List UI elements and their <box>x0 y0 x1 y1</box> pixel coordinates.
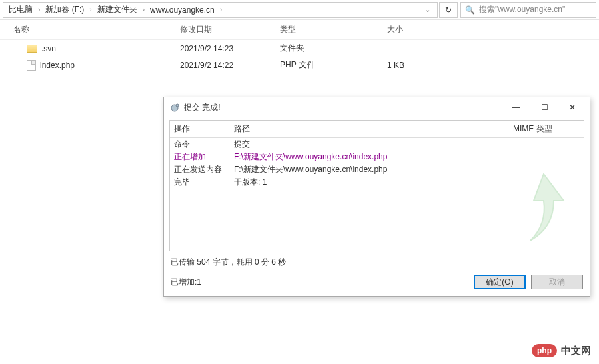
folder-icon <box>27 45 37 53</box>
search-placeholder: 搜索"www.ouyangke.cn" <box>479 4 565 15</box>
file-icon <box>27 60 36 71</box>
file-name: .svn <box>41 44 56 53</box>
chevron-down-icon[interactable]: ⌄ <box>421 6 434 13</box>
log-col-mime[interactable]: MIME 类型 <box>513 123 580 135</box>
file-row[interactable]: .svn 2021/9/2 14:23 文件夹 <box>0 40 599 57</box>
crumb-drive[interactable]: 新加卷 (F:) <box>43 3 87 17</box>
file-list-header: 名称 修改日期 类型 大小 <box>0 20 599 40</box>
chevron-right-icon[interactable]: › <box>141 6 146 13</box>
log-header: 操作 路径 MIME 类型 <box>170 121 584 138</box>
commit-dialog: 提交 完成! — ☐ ✕ 操作 路径 MIME 类型 命令提交 正在增加F:\新… <box>163 97 590 297</box>
log-col-path[interactable]: 路径 <box>234 123 513 135</box>
log-row: 命令提交 <box>170 138 584 151</box>
chevron-right-icon[interactable]: › <box>88 6 93 13</box>
site-logo: php 中文网 <box>532 344 591 357</box>
file-size: 1 KB <box>387 61 454 70</box>
col-size[interactable]: 大小 <box>387 24 454 35</box>
crumb-pc[interactable]: 比电脑 <box>6 3 35 17</box>
log-row: 正在增加F:\新建文件夹\www.ouyangke.cn\index.php <box>170 151 584 163</box>
file-date: 2021/9/2 14:23 <box>180 44 280 53</box>
file-type: PHP 文件 <box>280 59 387 71</box>
cancel-button: 取消 <box>531 275 583 289</box>
chevron-right-icon[interactable]: › <box>219 6 223 13</box>
arrow-up-icon <box>510 167 577 247</box>
logo-text: 中文网 <box>561 345 591 357</box>
close-icon: ✕ <box>569 103 576 112</box>
log-col-op[interactable]: 操作 <box>174 123 234 135</box>
close-button[interactable]: ✕ <box>560 99 584 115</box>
minimize-button[interactable]: — <box>504 99 528 115</box>
added-count: 已增加:1 <box>171 277 468 288</box>
crumb-folder2[interactable]: www.ouyangke.cn <box>147 4 217 16</box>
breadcrumb[interactable]: 比电脑 › 新加卷 (F:) › 新建文件夹 › www.ouyangke.cn… <box>3 2 438 18</box>
file-row[interactable]: index.php 2021/9/2 14:22 PHP 文件 1 KB <box>0 57 599 73</box>
file-date: 2021/9/2 14:22 <box>180 61 280 70</box>
maximize-icon: ☐ <box>541 103 548 112</box>
search-input[interactable]: 🔍 搜索"www.ouyangke.cn" <box>460 2 596 18</box>
chevron-right-icon[interactable]: › <box>37 6 41 13</box>
maximize-button[interactable]: ☐ <box>532 99 556 115</box>
log-area: 操作 路径 MIME 类型 命令提交 正在增加F:\新建文件夹\www.ouya… <box>169 120 584 251</box>
crumb-folder1[interactable]: 新建文件夹 <box>95 3 140 17</box>
search-icon: 🔍 <box>465 5 475 15</box>
ok-button[interactable]: 确定(O) <box>474 275 526 289</box>
refresh-icon: ↻ <box>445 5 452 15</box>
tortoise-icon <box>169 102 180 113</box>
file-type: 文件夹 <box>280 43 387 54</box>
dialog-footer: 已增加:1 确定(O) 取消 <box>164 271 590 296</box>
logo-badge: php <box>532 344 557 357</box>
minimize-icon: — <box>512 103 520 112</box>
refresh-button[interactable]: ↻ <box>439 2 458 18</box>
col-type[interactable]: 类型 <box>280 24 387 35</box>
col-date[interactable]: 修改日期 <box>180 24 280 35</box>
dialog-title: 提交 完成! <box>184 102 500 113</box>
col-name[interactable]: 名称 <box>0 24 180 35</box>
address-bar: 比电脑 › 新加卷 (F:) › 新建文件夹 › www.ouyangke.cn… <box>0 0 599 20</box>
transfer-info: 已传输 504 字节，耗用 0 分 6 秒 <box>164 254 590 271</box>
svg-point-1 <box>176 104 179 107</box>
file-name: index.php <box>40 61 75 70</box>
dialog-titlebar[interactable]: 提交 完成! — ☐ ✕ <box>164 97 590 117</box>
